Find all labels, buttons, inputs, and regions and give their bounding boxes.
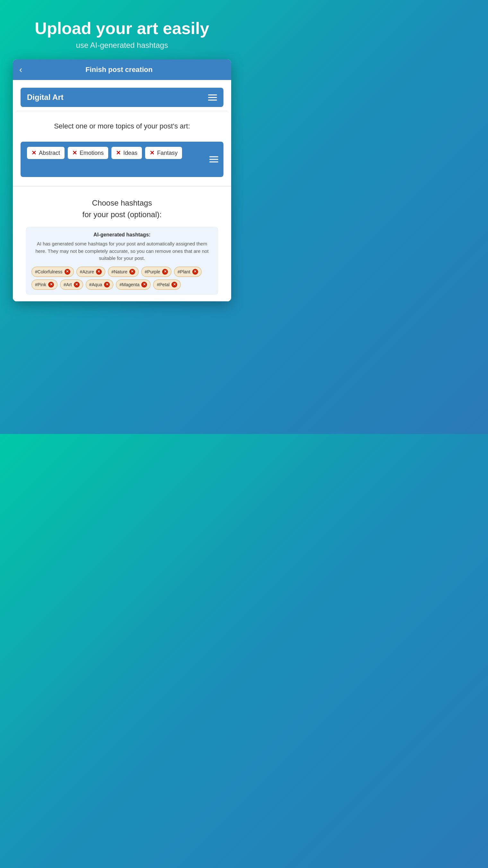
chip-plant-remove[interactable]: ✕ [192, 269, 198, 275]
topic-fantasy-label: Fantasy [157, 150, 177, 156]
ai-label: AI-generated hashtags: [31, 232, 213, 238]
topics-bar: ✕ Abstract ✕ Emotions ✕ Ideas ✕ Fantasy [21, 142, 223, 177]
hamburger-line-2 [208, 97, 217, 98]
nav-bar: ‹ Finish post creation [13, 59, 231, 80]
ai-description: AI has generated some hashtags for your … [31, 240, 213, 262]
chip-nature[interactable]: #Nature ✕ [108, 267, 139, 277]
instructions-text: Select one or more topics of your post's… [26, 121, 218, 131]
nav-title: Finish post creation [27, 65, 210, 74]
hashtags-title: Choose hashtagsfor your post (optional): [26, 197, 218, 220]
chip-magenta[interactable]: #Magenta ✕ [116, 279, 151, 290]
category-label: Digital Art [27, 93, 64, 102]
chip-colorfulness[interactable]: #Colorfulness ✕ [31, 267, 74, 277]
remove-fantasy-icon[interactable]: ✕ [150, 149, 155, 156]
topics-hamburger-line-3 [209, 162, 218, 162]
chip-colorfulness-remove[interactable]: ✕ [65, 269, 70, 275]
category-menu-icon[interactable] [208, 94, 217, 100]
chip-nature-remove[interactable]: ✕ [129, 269, 135, 275]
remove-ideas-icon[interactable]: ✕ [116, 149, 121, 156]
topic-tag-ideas[interactable]: ✕ Ideas [111, 147, 142, 159]
chip-azure[interactable]: #Azure ✕ [76, 267, 105, 277]
chip-azure-label: #Azure [80, 269, 94, 274]
chip-pink-remove[interactable]: ✕ [48, 282, 54, 287]
topic-ideas-label: Ideas [123, 150, 137, 156]
hashtag-chips-container: #Colorfulness ✕ #Azure ✕ #Nature ✕ #Purp… [31, 267, 213, 290]
chip-purple-remove[interactable]: ✕ [162, 269, 168, 275]
chip-aqua-label: #Aqua [89, 282, 102, 287]
hamburger-line-1 [208, 94, 217, 95]
chip-art-label: #Art [64, 282, 72, 287]
chip-purple-label: #Purple [145, 269, 160, 274]
app-container: ‹ Finish post creation Digital Art Selec… [13, 59, 231, 301]
chip-purple[interactable]: #Purple ✕ [141, 267, 171, 277]
category-bar[interactable]: Digital Art [21, 88, 223, 107]
chip-aqua[interactable]: #Aqua ✕ [86, 279, 113, 290]
topic-tag-fantasy[interactable]: ✕ Fantasy [145, 147, 182, 159]
chip-pink-label: #Pink [35, 282, 46, 287]
chip-nature-label: #Nature [111, 269, 127, 274]
chip-petal[interactable]: #Petal ✕ [153, 279, 181, 290]
chip-pink[interactable]: #Pink ✕ [31, 279, 58, 290]
hero-section: Upload your art easily use AI-generated … [6, 13, 237, 59]
hero-title: Upload your art easily [10, 19, 234, 38]
topic-tag-emotions[interactable]: ✕ Emotions [68, 147, 108, 159]
select-instructions: Select one or more topics of your post's… [13, 111, 231, 138]
chip-art[interactable]: #Art ✕ [60, 279, 83, 290]
topic-abstract-label: Abstract [39, 150, 60, 156]
remove-emotions-icon[interactable]: ✕ [72, 149, 77, 156]
remove-abstract-icon[interactable]: ✕ [31, 149, 36, 156]
hamburger-line-3 [208, 100, 217, 100]
chip-magenta-remove[interactable]: ✕ [141, 282, 147, 287]
chip-petal-label: #Petal [157, 282, 169, 287]
topic-tag-abstract[interactable]: ✕ Abstract [27, 147, 65, 159]
chip-plant[interactable]: #Plant ✕ [174, 267, 202, 277]
chip-colorfulness-label: #Colorfulness [35, 269, 63, 274]
topics-hamburger-line-2 [209, 159, 218, 160]
chip-plant-label: #Plant [177, 269, 190, 274]
chip-azure-remove[interactable]: ✕ [96, 269, 102, 275]
chip-aqua-remove[interactable]: ✕ [104, 282, 110, 287]
topics-hamburger-line-1 [209, 156, 218, 157]
ai-hashtags-box: AI-generated hashtags: AI has generated … [26, 227, 218, 295]
back-button[interactable]: ‹ [19, 65, 22, 74]
divider-2 [13, 186, 231, 186]
chip-magenta-label: #Magenta [120, 282, 139, 287]
hashtags-section: Choose hashtagsfor your post (optional):… [13, 188, 231, 301]
chip-petal-remove[interactable]: ✕ [171, 282, 177, 287]
category-section: Digital Art Select one or more topics of… [13, 80, 231, 301]
hero-subtitle: use AI-generated hashtags [10, 41, 234, 50]
chip-art-remove[interactable]: ✕ [74, 282, 79, 287]
topics-menu-icon[interactable] [209, 156, 218, 162]
topic-emotions-label: Emotions [79, 150, 104, 156]
